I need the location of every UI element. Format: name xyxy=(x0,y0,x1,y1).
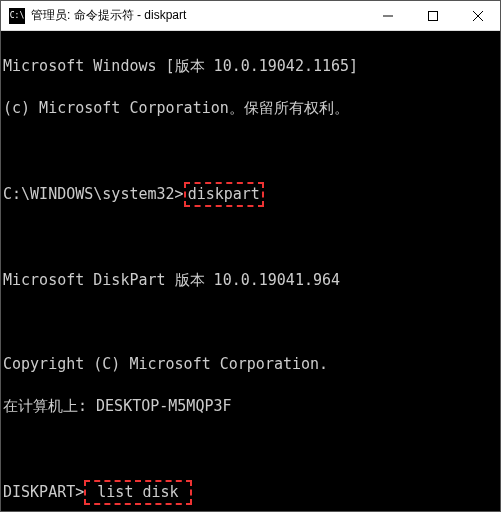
highlighted-command: list disk xyxy=(84,480,191,505)
output-line: Microsoft DiskPart 版本 10.0.19041.964 xyxy=(3,270,498,291)
terminal-output[interactable]: Microsoft Windows [版本 10.0.19042.1165] (… xyxy=(1,31,500,511)
minimize-icon xyxy=(383,11,393,21)
output-blank xyxy=(3,140,498,161)
window-controls xyxy=(365,1,500,30)
window-title: 管理员: 命令提示符 - diskpart xyxy=(31,7,365,24)
prompt: C:\WINDOWS\system32> xyxy=(3,185,184,203)
output-line: Microsoft Windows [版本 10.0.19042.1165] xyxy=(3,56,498,77)
svg-rect-1 xyxy=(428,11,437,20)
maximize-button[interactable] xyxy=(410,1,455,30)
close-button[interactable] xyxy=(455,1,500,30)
output-line: Copyright (C) Microsoft Corporation. xyxy=(3,354,498,375)
titlebar[interactable]: C:\ 管理员: 命令提示符 - diskpart xyxy=(1,1,500,31)
prompt-line: C:\WINDOWS\system32>diskpart xyxy=(3,182,498,207)
maximize-icon xyxy=(428,11,438,21)
output-blank xyxy=(3,228,498,249)
highlighted-command: diskpart xyxy=(184,182,264,207)
cmd-icon: C:\ xyxy=(9,8,25,24)
output-line: 在计算机上: DESKTOP-M5MQP3F xyxy=(3,396,498,417)
cmd-window: C:\ 管理员: 命令提示符 - diskpart Microsoft Wind… xyxy=(0,0,501,512)
close-icon xyxy=(473,11,483,21)
prompt: DISKPART> xyxy=(3,483,84,501)
prompt-line: DISKPART> list disk xyxy=(3,480,498,505)
output-blank xyxy=(3,312,498,333)
output-line: (c) Microsoft Corporation。保留所有权利。 xyxy=(3,98,498,119)
output-blank xyxy=(3,438,498,459)
minimize-button[interactable] xyxy=(365,1,410,30)
